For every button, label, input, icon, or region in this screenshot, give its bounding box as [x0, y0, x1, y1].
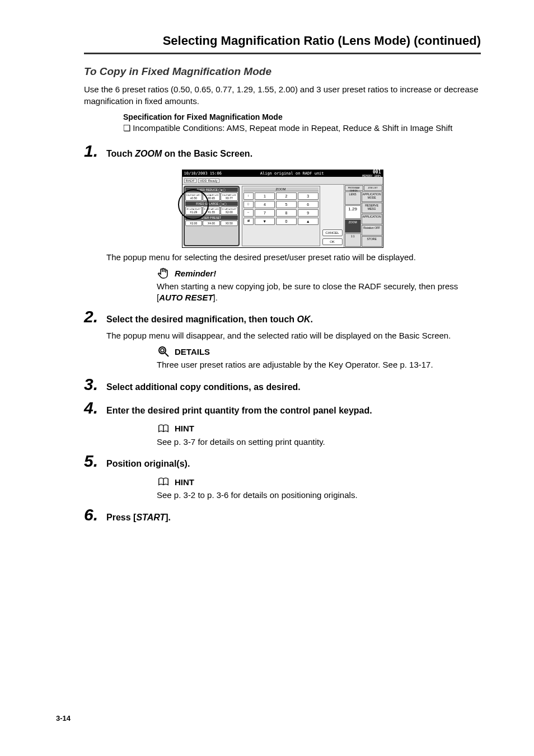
- hint-title: HINT: [175, 477, 194, 487]
- step-text: Position original(s).: [106, 459, 190, 469]
- fixed-reduce-title: FIXED REDUCE ▢▸▢: [185, 187, 238, 192]
- key-up[interactable]: ▲: [298, 218, 318, 225]
- value: X0.77: [221, 196, 237, 200]
- book-icon: [157, 422, 170, 435]
- step-text: Select the desired magnification, then t…: [106, 314, 313, 325]
- key-4[interactable]: 4: [255, 201, 275, 208]
- value: X0.65: [203, 196, 219, 200]
- step-number: 3.: [84, 375, 106, 394]
- hint-text: See p. 3-2 to p. 3-6 for details on posi…: [157, 490, 481, 501]
- reduce-preset-3[interactable]: 11x17▸8½x11X0.77: [221, 192, 238, 201]
- hint-5-callout: HINT See p. 3-2 to p. 3-6 for details on…: [157, 475, 481, 501]
- details-title: DETAILS: [175, 347, 210, 356]
- spec-title: Specification for Fixed Magnification Mo…: [123, 112, 481, 121]
- ok-button[interactable]: OK: [322, 238, 343, 245]
- step-number: 6.: [84, 505, 106, 524]
- step-number: 2.: [84, 307, 106, 326]
- key-5[interactable]: 5: [276, 201, 297, 208]
- step-text-em: OK: [297, 314, 311, 324]
- step-text: Touch ZOOM on the Basic Screen.: [106, 149, 252, 159]
- step-text-pre: Select the desired magnification, then t…: [106, 314, 297, 324]
- vert-toggle-icon[interactable]: ↕: [243, 192, 254, 200]
- value: X2.00: [221, 210, 237, 214]
- key-down[interactable]: ▼: [255, 218, 275, 225]
- key-8[interactable]: 8: [276, 209, 297, 217]
- status-message: Align original on RADF unit: [260, 171, 324, 176]
- details-text: Three user preset ratios are adjustable …: [157, 359, 481, 370]
- reminder-text-em: AUTO RESET: [159, 293, 213, 302]
- step-text: Select additional copy conditions, as de…: [106, 382, 301, 392]
- key-0[interactable]: 0: [276, 218, 297, 225]
- step-2-note: The popup menu will disappear, and the s…: [106, 331, 481, 340]
- details-callout: DETAILS Three user preset ratios are adj…: [157, 345, 481, 370]
- user-preset-title: USER PRESET: [185, 215, 238, 220]
- step-text-post: on the Basic Screen.: [162, 149, 252, 158]
- step-6: 6. Press [START].: [84, 505, 481, 524]
- enlarge-preset-3[interactable]: 5½x8½▸11x17X2.00: [221, 206, 238, 215]
- job-list-tab[interactable]: JOB LIST: [364, 185, 382, 191]
- step-number: 5.: [84, 452, 106, 471]
- step-1-note: The popup menu for selecting the desired…: [106, 252, 481, 262]
- program-check-tab[interactable]: PROGRAM CHECK: [345, 185, 363, 191]
- spec-conditions: ❏ Incompatible Conditions: AMS, Repeat m…: [123, 123, 481, 133]
- lens-label: LENS: [345, 191, 361, 205]
- one-to-one-button[interactable]: 1:1: [345, 233, 361, 247]
- step-text-pre: Press [: [106, 513, 136, 522]
- fixed-enlarge-title: FIXED ENLARGE ▢◂▢: [185, 201, 238, 206]
- svg-point-1: [161, 349, 164, 352]
- hdd-status: HDD Ready: [198, 179, 219, 183]
- book-icon: [157, 475, 170, 489]
- zoom-keypad-panel: ZOOM ↕ 1 2 3 ▯ 4 5 6 ↔ 7 8 9 ⇄ ▼ 0: [242, 186, 320, 246]
- horiz-toggle-icon[interactable]: ↔: [243, 209, 254, 217]
- application-button[interactable]: APPLICATION: [362, 214, 382, 224]
- page-title: Selecting Magnification Ratio (Lens Mode…: [84, 34, 481, 54]
- user-preset-1[interactable]: X2.00: [185, 220, 203, 226]
- enlarge-preset-1[interactable]: 8½x11▸11x17X1.29: [185, 206, 203, 215]
- side-panel: PROGRAM CHECK JOB LIST LENS 1.29 ZOOM 1:…: [344, 185, 383, 247]
- key-3[interactable]: 3: [298, 192, 318, 200]
- datetime: 10/10/2003 15:06: [184, 171, 222, 176]
- copier-screen-figure: 10/10/2003 15:06 Align original on RADF …: [182, 170, 383, 248]
- step-5: 5. Position original(s).: [84, 452, 481, 471]
- key-9[interactable]: 9: [298, 209, 318, 217]
- section-subtitle: To Copy in Fixed Magnification Mode: [84, 65, 481, 78]
- step-text: Press [START].: [106, 513, 171, 523]
- reminder-text-post: ].: [213, 293, 218, 302]
- step-text-post: ].: [165, 513, 171, 522]
- cancel-button[interactable]: CANCEL: [322, 229, 343, 236]
- key-7[interactable]: 7: [255, 209, 275, 217]
- value: X1.29: [186, 210, 202, 214]
- svg-line-2: [165, 353, 168, 356]
- step-text-post: .: [311, 314, 313, 324]
- lens-value: 1.29: [345, 205, 361, 219]
- reduce-preset-1[interactable]: 11x17▸5½x8½x0.50: [185, 192, 203, 201]
- link-toggle-icon[interactable]: ⇄: [243, 218, 254, 225]
- step-text-em: START: [136, 513, 165, 522]
- reduce-preset-2[interactable]: 8½x14▸8½x11X0.65: [203, 192, 220, 201]
- step-text-em: ZOOM: [135, 149, 162, 158]
- step-number: 1.: [84, 142, 106, 161]
- zoom-title: ZOOM: [243, 187, 318, 191]
- step-number: 4.: [84, 398, 106, 417]
- user-preset-3[interactable]: X0.50: [221, 220, 238, 226]
- hint-text: See p. 3-7 for details on setting print …: [157, 436, 481, 448]
- reminder-hand-icon: [157, 266, 170, 280]
- user-preset-2[interactable]: X4.00: [203, 220, 220, 226]
- hint-4-callout: HINT See p. 3-7 for details on setting p…: [157, 422, 481, 448]
- key-1[interactable]: 1: [255, 192, 275, 200]
- reserve-button[interactable]: RESERVE MESG: [362, 203, 382, 213]
- step-3: 3. Select additional copy conditions, as…: [84, 375, 481, 394]
- rotation-button[interactable]: Rotation OFF: [362, 225, 382, 236]
- key-6[interactable]: 6: [298, 201, 318, 208]
- hint-title: HINT: [175, 424, 194, 433]
- magnifier-icon: [157, 345, 170, 358]
- app-mode-button[interactable]: APPLICATION MODE: [362, 191, 382, 202]
- enlarge-preset-2[interactable]: 5½x8½▸8½x11X1.55: [203, 206, 220, 215]
- page-number: 3-14: [56, 714, 71, 722]
- svg-point-0: [159, 347, 166, 354]
- value: X1.55: [203, 210, 219, 214]
- zoom-mode-button[interactable]: ZOOM: [345, 219, 361, 233]
- store-button[interactable]: STORE: [362, 236, 382, 247]
- key-2[interactable]: 2: [276, 192, 297, 200]
- page-fit-icon[interactable]: ▯: [243, 201, 254, 208]
